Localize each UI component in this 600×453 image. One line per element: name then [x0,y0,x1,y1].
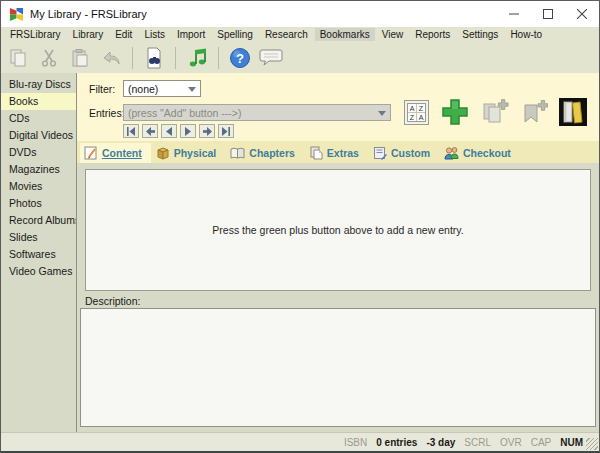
tab-extras[interactable]: Extras [305,143,368,163]
add-entry-button[interactable] [440,97,470,127]
svg-text:Z: Z [419,105,424,112]
comment-bubble-icon[interactable] [258,45,284,71]
menu-lists[interactable]: Lists [139,28,170,41]
title-bar: My Library - FRSLibrary [1,1,599,27]
sidebar-item-record-albums[interactable]: Record Albums [1,212,76,229]
menu-bookmarks[interactable]: Bookmarks [315,28,375,41]
sidebar-item-cds[interactable]: CDs [1,110,76,127]
chevron-down-icon [188,87,196,92]
tab-chapters[interactable]: Chapters [226,143,304,163]
sidebar-item-softwares[interactable]: Softwares [1,246,76,263]
tab-bar: Content Physical Chapters [77,141,599,163]
menu-spelling[interactable]: Spelling [212,28,258,41]
entries-dropdown[interactable]: (press "Add" button --->) [123,104,391,121]
category-sidebar: Blu-ray Discs Books CDs Digital Videos D… [1,73,77,432]
chapters-tab-icon [230,146,245,160]
next-entry-button[interactable] [180,124,196,138]
svg-text:?: ? [236,51,244,66]
svg-text:A: A [419,114,424,121]
close-button[interactable] [565,1,599,27]
maximize-button[interactable] [531,1,565,27]
physical-tab-icon [156,146,170,160]
toolbar: ? [1,42,599,73]
menu-import[interactable]: Import [172,28,210,41]
menu-frslibrary[interactable]: FRSLibrary [5,28,66,41]
help-icon[interactable]: ? [227,45,253,71]
status-isbn: ISBN [344,437,367,448]
previous-entry-button[interactable] [161,124,177,138]
status-bar: ISBN 0 entries -3 day SCRL OVR CAP NUM [1,432,599,451]
sidebar-item-digital-videos[interactable]: Digital Videos [1,127,76,144]
content-area: Press the green plus button above to add… [77,163,599,432]
sidebar-item-dvds[interactable]: DVDs [1,144,76,161]
app-logo-icon [9,7,24,22]
menu-bar: FRSLibrary Library Edit Lists Import Spe… [1,27,599,42]
sidebar-item-magazines[interactable]: Magazines [1,161,76,178]
minimize-button[interactable] [497,1,531,27]
content-tab-icon [84,146,98,160]
sidebar-item-slides[interactable]: Slides [1,229,76,246]
copy-icon[interactable] [5,45,31,71]
sort-az-button[interactable]: A Z Z A [404,100,429,125]
duplicate-entry-button[interactable] [481,98,509,126]
paste-icon[interactable] [67,45,93,71]
window-title: My Library - FRSLibrary [30,8,147,20]
window-controls [497,1,599,27]
jump-forward-button[interactable] [199,124,215,138]
tab-label: Physical [174,147,217,159]
menu-view[interactable]: View [377,28,409,41]
plus-icon [440,97,470,127]
sidebar-item-movies[interactable]: Movies [1,178,76,195]
status-cap: CAP [531,437,552,448]
tab-checkout[interactable]: Checkout [440,143,520,163]
svg-text:Z: Z [410,114,415,121]
library-books-button[interactable] [559,98,587,126]
filter-row: Filter: (none) [89,80,599,97]
last-entry-button[interactable] [218,124,234,138]
entries-label: Entries: [89,107,123,119]
tab-content[interactable]: Content [80,143,151,163]
description-textarea[interactable] [80,308,596,427]
tab-custom[interactable]: Custom [369,143,439,163]
sidebar-item-bluray-discs[interactable]: Blu-ray Discs [1,76,76,93]
bookmark-add-icon [520,98,548,126]
menu-edit[interactable]: Edit [110,28,137,41]
window-body: Blu-ray Discs Books CDs Digital Videos D… [1,73,599,432]
toolbar-separator [218,47,219,69]
tab-label: Checkout [463,147,511,159]
menu-research[interactable]: Research [260,28,313,41]
filter-dropdown[interactable]: (none) [123,80,201,97]
first-entry-button[interactable] [123,124,139,138]
chevron-down-icon [378,111,386,116]
tab-label: Extras [327,147,359,159]
music-note-icon[interactable] [184,45,210,71]
toolbar-separator [132,47,133,69]
sidebar-item-video-games[interactable]: Video Games [1,263,76,280]
status-num: NUM [560,437,583,448]
duplicate-icon [481,98,509,126]
jump-back-button[interactable] [142,124,158,138]
menu-reports[interactable]: Reports [410,28,455,41]
resize-grip[interactable] [586,438,598,450]
menu-library[interactable]: Library [68,28,109,41]
svg-text:A: A [410,105,415,112]
entry-empty-panel: Press the green plus button above to add… [85,169,591,291]
tab-physical[interactable]: Physical [152,143,226,163]
tab-label: Chapters [249,147,295,159]
custom-tab-icon [373,146,387,160]
toolbar-separator [175,47,176,69]
search-document-icon[interactable] [141,45,167,71]
menu-settings[interactable]: Settings [457,28,503,41]
app-window: My Library - FRSLibrary FRSLibrary Libra… [0,0,600,453]
main-area: Filter: (none) Entries: (press "Add" but… [77,73,599,432]
books-icon [559,98,587,126]
entries-value: (press "Add" button --->) [128,107,241,119]
cut-icon[interactable] [36,45,62,71]
sidebar-item-books[interactable]: Books [1,93,76,110]
status-entry-count: 0 entries [376,437,417,448]
sidebar-item-photos[interactable]: Photos [1,195,76,212]
status-scrl: SCRL [464,437,491,448]
menu-howto[interactable]: How-to [505,28,547,41]
add-bookmark-button[interactable] [520,98,548,126]
undo-icon[interactable] [98,45,124,71]
